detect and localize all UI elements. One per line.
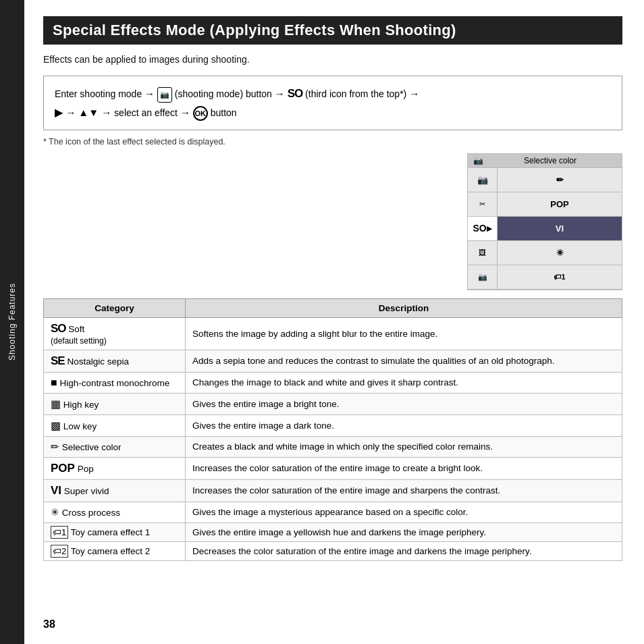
table-row-category-5: ✏ Selective color bbox=[44, 436, 186, 457]
table-row-description-7: Increases the color saturation of the en… bbox=[186, 479, 622, 502]
table-row-category-1: SE Nostalgic sepia bbox=[44, 350, 186, 372]
camera-right-col: ✏ POP VI ✳ 🏷1 bbox=[498, 168, 622, 290]
table-row-category-7: VI Super vivid bbox=[44, 479, 186, 502]
camera-right-cell-1: ✏ bbox=[498, 168, 622, 192]
camera-right-cell-4: ✳ bbox=[498, 241, 622, 265]
table-row-category-4: ▩ Low key bbox=[44, 414, 186, 436]
table-row-description-3: Gives the entire image a bright tone. bbox=[186, 393, 622, 414]
table-row-description-10: Decreases the color saturation of the en… bbox=[186, 541, 622, 560]
subtitle: Effects can be applied to images during … bbox=[43, 54, 622, 65]
camera-right-cell-3: VI bbox=[498, 217, 622, 241]
table-row-description-6: Increases the color saturation of the en… bbox=[186, 457, 622, 479]
instruction-line2: ▶ → ▲▼ → select an effect → OK button bbox=[55, 107, 237, 118]
camera-panel-header: 📷 Selective color bbox=[468, 154, 622, 168]
camera-left-col: 📷 ✂ SO▶ 🖼 📷 bbox=[468, 168, 498, 290]
col-description: Description bbox=[186, 298, 622, 317]
page-number: 38 bbox=[43, 614, 622, 630]
table-row-category-2: ■ High-contrast monochrome bbox=[44, 372, 186, 393]
table-row-category-3: ▦ High key bbox=[44, 393, 186, 414]
instruction-line1: Enter shooting mode → 📷 (shooting mode) … bbox=[55, 88, 419, 99]
camera-header-label: Selective color bbox=[524, 156, 576, 165]
table-row-description-5: Creates a black and white image in which… bbox=[186, 436, 622, 457]
page-title: Special Effects Mode (Applying Effects W… bbox=[43, 16, 622, 45]
camera-right-cell-5: 🏷1 bbox=[498, 265, 622, 290]
camera-icon: 📷 bbox=[157, 87, 172, 103]
camera-left-cell-3: SO▶ bbox=[468, 217, 497, 241]
sidebar-tab: Shooting Features bbox=[0, 0, 24, 644]
table-row-description-4: Gives the entire image a dark tone. bbox=[186, 414, 622, 436]
col-category: Category bbox=[44, 298, 186, 317]
table-row-description-9: Gives the entire image a yellowish hue a… bbox=[186, 522, 622, 541]
camera-left-cell-2: ✂ bbox=[468, 192, 497, 217]
main-content: Special Effects Mode (Applying Effects W… bbox=[24, 0, 644, 644]
camera-left-cell-4: 🖼 bbox=[468, 241, 497, 265]
table-row-category-10: 🏷2 Toy camera effect 2 bbox=[44, 541, 186, 560]
sidebar-label: Shooting Features bbox=[7, 283, 17, 360]
camera-right-cell-2: POP bbox=[498, 192, 622, 217]
table-row-description-1: Adds a sepia tone and reduces the contra… bbox=[186, 350, 622, 372]
content-area: 📷 Selective color 📷 ✂ SO▶ 🖼 📷 ✏ POP VI bbox=[43, 153, 622, 290]
table-row-description-0: Softens the image by adding a slight blu… bbox=[186, 317, 622, 350]
ok-button-icon: OK bbox=[193, 106, 208, 121]
table-row-category-9: 🏷1 Toy camera effect 1 bbox=[44, 522, 186, 541]
table-row-description-2: Changes the image to black and white and… bbox=[186, 372, 622, 393]
table-row-description-8: Gives the image a mysterious appearance … bbox=[186, 502, 622, 522]
camera-ui-panel: 📷 Selective color 📷 ✂ SO▶ 🖼 📷 ✏ POP VI bbox=[467, 153, 622, 290]
camera-header-icon: 📷 bbox=[473, 156, 483, 165]
table-row-category-0: SO Soft(default setting) bbox=[44, 317, 186, 350]
camera-left-cell-5: 📷 bbox=[468, 265, 497, 290]
table-row-category-6: POP Pop bbox=[44, 457, 186, 479]
camera-left-cell-1: 📷 bbox=[468, 168, 497, 192]
table-row-category-8: ✳ Cross process bbox=[44, 502, 186, 522]
instruction-box: Enter shooting mode → 📷 (shooting mode) … bbox=[43, 76, 622, 130]
camera-panel-body: 📷 ✂ SO▶ 🖼 📷 ✏ POP VI ✳ 🏷1 bbox=[468, 168, 622, 290]
effects-table: Category Description SO Soft(default set… bbox=[43, 298, 622, 561]
footnote: * The icon of the last effect selected i… bbox=[43, 137, 622, 146]
